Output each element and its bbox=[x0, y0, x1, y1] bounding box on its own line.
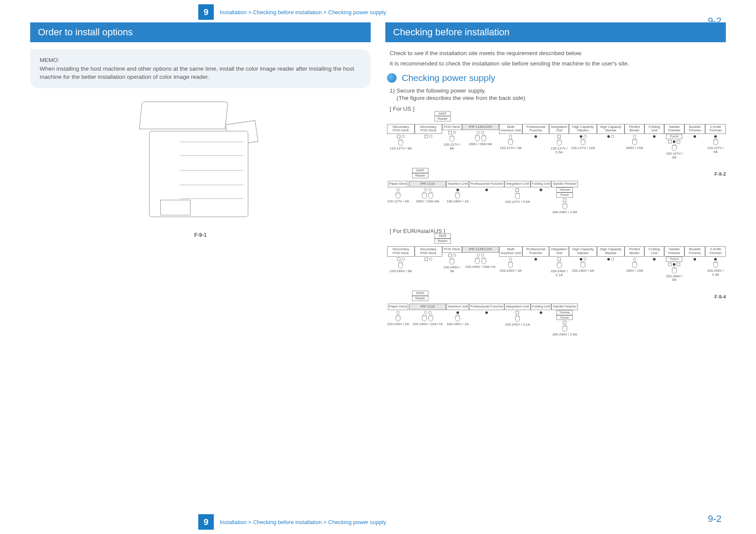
memo-label: MEMO: bbox=[40, 56, 361, 65]
module-multi-ins: Multi Insertion Unit bbox=[499, 124, 523, 134]
power-diagram-eur-1: DADF Reader Secondary POD Deck220-240V /… bbox=[387, 246, 726, 293]
volt-label: 120-127V / 12A bbox=[571, 146, 595, 150]
module-punch: Punch bbox=[556, 192, 573, 198]
module-sec-pod: Secondary POD Deck bbox=[387, 246, 415, 257]
volt-label: 208V / 20A+8A bbox=[416, 200, 439, 204]
module-fold-unit: Folding Unit bbox=[644, 246, 664, 257]
volt-label: 120-127V / 8A bbox=[500, 146, 522, 150]
module-dadf: DADF bbox=[434, 233, 451, 239]
module-fold-unit: Folding Unit bbox=[531, 304, 552, 310]
figure-caption-4: F-9-4 bbox=[715, 294, 726, 299]
memo-text: When installing the host machine and oth… bbox=[40, 65, 361, 81]
figure-caption-1: F-9-1 bbox=[30, 232, 371, 238]
machine-illustration bbox=[123, 96, 278, 230]
volt-label: 120-127V / 8A bbox=[390, 147, 412, 151]
module-perf-binder: Perfect Binder bbox=[625, 246, 644, 257]
page-number-bottom: 9-2 bbox=[708, 513, 722, 525]
module-saddle-fin: Saddle Finisher bbox=[551, 181, 578, 187]
module-reader: Reader bbox=[434, 116, 451, 121]
module-book-trim: Booklet Trimmer bbox=[684, 124, 706, 134]
bullet-icon bbox=[387, 73, 397, 83]
module-sec-pod: Secondary POD Deck bbox=[387, 124, 415, 134]
module-reader: Reader bbox=[412, 296, 428, 301]
volt-label: 120-127V / 4A bbox=[705, 146, 726, 154]
volt-label: 220-240V / 2.3A bbox=[705, 269, 726, 277]
volt-label: 120-127V / 8A bbox=[664, 152, 684, 160]
module-integ-unit: Integration Unit bbox=[549, 124, 569, 134]
chapter-badge: 9 bbox=[198, 4, 214, 20]
volt-label: 208V / 15A bbox=[626, 146, 643, 150]
volt-label: 100-240V / 1A bbox=[447, 200, 469, 204]
module-ipr1135: iPR 1135/1125 bbox=[462, 124, 499, 130]
section-title-right: Checking before installation bbox=[385, 22, 726, 42]
module-hc-stacker: High Capacity Stacker bbox=[569, 124, 597, 134]
module-integ-unit: Integration Unit bbox=[504, 181, 530, 187]
figure-caption-2: F-9-2 bbox=[715, 171, 726, 177]
module-insertion: Insertion Unit bbox=[446, 304, 469, 310]
module-insertion: Insertion Unit bbox=[446, 181, 469, 187]
page-number-top: 9-2 bbox=[708, 16, 722, 27]
subheading: Checking power supply bbox=[387, 73, 726, 83]
module-2knife: 2-Knife Trimmer bbox=[705, 124, 726, 134]
volt-label: 220-240V / 2A bbox=[387, 323, 409, 326]
module-saddle-fin: Saddle Finisher bbox=[664, 246, 684, 257]
module-sec-pod: Secondary POD Deck bbox=[415, 124, 442, 134]
intro-para-2: It is recommended to check the installat… bbox=[390, 59, 726, 68]
volt-label: 220-240V / 3.1A bbox=[505, 323, 530, 327]
volt-label: 220-240V / 6A bbox=[572, 269, 594, 273]
module-reader: Reader bbox=[434, 239, 451, 244]
volt-label: 100-240V / 2.8A bbox=[552, 211, 577, 214]
module-sec-pod: Secondary POD Deck bbox=[415, 246, 442, 257]
module-multi-ins: Multi Insertion Unit bbox=[499, 246, 523, 257]
module-perf-binder: Perfect Binder bbox=[625, 124, 644, 134]
module-prof-punch: Professional Puncher bbox=[522, 246, 549, 257]
module-2knife: 2-Knife Trimmer bbox=[705, 246, 726, 257]
volt-label: 208V / 20A+8A bbox=[469, 143, 492, 146]
power-diagram-us-1: DADF Reader Secondary POD Deck120-127V /… bbox=[387, 124, 726, 171]
breadcrumb-text: Installation > Checking before installat… bbox=[220, 9, 386, 16]
intro-para-1: Check to see if the installation site me… bbox=[390, 49, 726, 58]
module-paper-deck: Paper Deck bbox=[388, 181, 409, 187]
module-pod-deck: POD Deck bbox=[442, 246, 462, 253]
breadcrumb-text: Installation > Checking before installat… bbox=[220, 519, 386, 525]
module-pod-deck: POD Deck bbox=[442, 124, 462, 130]
module-integ-unit: Integration Unit bbox=[504, 304, 530, 310]
module-ipr1110: iPR 1110 bbox=[409, 181, 446, 187]
module-prof-punch: Professional Puncher bbox=[469, 304, 504, 310]
module-hc-stacker: High Capacity Stacker bbox=[597, 246, 625, 257]
volt-label: 220-240V / 3.1A bbox=[549, 270, 569, 277]
section-title-left: Order to install options bbox=[30, 22, 371, 42]
breadcrumb-bottom: 9 Installation > Checking before install… bbox=[0, 514, 756, 530]
volt-label: 220-240V / 5A bbox=[390, 270, 412, 273]
volt-label: 220-240V / 5A bbox=[442, 266, 462, 273]
step-1-sub: (The figure describes the view from the … bbox=[397, 95, 726, 101]
power-diagram-eur-2: DADF Reader Paper Deck220-240V / 2A iPR … bbox=[387, 304, 726, 348]
module-prof-punch: Professional Puncher bbox=[469, 181, 504, 187]
volt-label: 220-240V / 20A+7A bbox=[465, 265, 496, 269]
volt-label: 220-240V / 5A bbox=[500, 269, 522, 273]
module-punch: Punch bbox=[556, 315, 573, 320]
module-ipr1110: iPR 1110 bbox=[409, 304, 446, 310]
volt-label: 100-240V / 1A bbox=[447, 323, 469, 326]
module-hc-stacker: High Capacity Stacker bbox=[597, 124, 625, 134]
volt-label: 220-240V / 20A+7A bbox=[412, 323, 443, 326]
module-fold-unit: Folding Unit bbox=[644, 124, 664, 134]
module-trimmer: Trimmer bbox=[556, 310, 573, 315]
volt-label: 120-127V / 5.5A bbox=[549, 147, 569, 155]
breadcrumb: 9 Installation > Checking before install… bbox=[198, 4, 726, 20]
module-prof-punch: Professional Puncher bbox=[522, 124, 549, 134]
module-punch: Punch bbox=[666, 134, 682, 139]
volt-label: 120-127V / 4A bbox=[387, 200, 409, 204]
module-paper-deck: Paper Deck bbox=[388, 304, 409, 310]
module-dadf: DADF bbox=[412, 291, 428, 296]
volt-label: 100-240V / 2.8A bbox=[552, 333, 577, 337]
module-ipr1135: iPR 1135/1125 bbox=[462, 246, 499, 253]
volt-label: 120-127V / 8A bbox=[442, 143, 462, 151]
volt-label: 120-127V / 5.5A bbox=[505, 200, 530, 204]
module-saddle-fin: Saddle Finisher bbox=[551, 304, 578, 310]
module-book-trim: Booklet Trimmer bbox=[684, 246, 706, 257]
module-dadf: DADF bbox=[434, 111, 451, 116]
module-reader: Reader bbox=[412, 173, 428, 178]
subheading-text: Checking power supply bbox=[402, 73, 495, 83]
power-diagram-us-2: DADF Reader Paper Deck120-127V / 4A iPR … bbox=[387, 181, 726, 225]
